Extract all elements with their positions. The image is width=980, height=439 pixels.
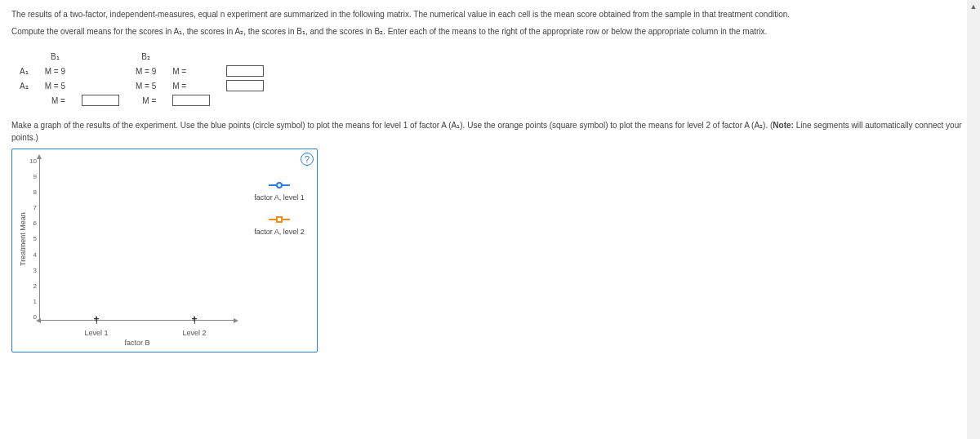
matrix-table: B₁ B₂ A₁ M = 9 M = 9 M = A₂ M = 5 M = 5 … [11, 49, 969, 108]
cell-a2b1: M = 5 [37, 78, 74, 93]
plus-icon-2: + [191, 313, 197, 325]
row-header-a1: A₁ [11, 64, 37, 78]
y-axis-line [39, 157, 40, 321]
plus-icon-1: + [93, 313, 99, 325]
help-button[interactable]: ? [301, 153, 314, 166]
a1-mean-label: M = [164, 64, 218, 78]
plot-area[interactable]: + + Level 1 Level 2 [39, 157, 235, 321]
legend-symbol-level2[interactable] [247, 216, 312, 223]
scroll-up-button[interactable]: ▲ [967, 0, 980, 13]
x-tick-label-1: Level 1 [84, 329, 108, 337]
a1-mean-input[interactable] [226, 65, 264, 77]
row-header-a2: A₂ [11, 78, 37, 93]
graph-panel: ? Treatment Mean 1098 765 432 10 + [11, 149, 318, 353]
intro-paragraph-1: The results of a two-factor, independent… [11, 8, 969, 20]
arrow-up-icon [37, 154, 42, 159]
vertical-scrollbar[interactable]: ▲ [967, 0, 980, 439]
legend-label-1: factor A, level 1 [247, 193, 312, 202]
arrow-right-icon [234, 318, 238, 323]
b2-mean-input[interactable] [172, 95, 210, 106]
b1-mean-input[interactable] [82, 95, 119, 106]
a2-mean-label: M = [164, 78, 218, 93]
x-axis-label: factor B [39, 339, 235, 347]
intro-paragraph-2: Compute the overall means for the scores… [11, 25, 969, 38]
a2-mean-input[interactable] [226, 80, 264, 91]
legend-symbol-level1[interactable] [247, 182, 312, 188]
legend-label-2: factor A, level 2 [247, 228, 312, 236]
x-tick-label-2: Level 2 [182, 329, 206, 337]
col-header-b1: B₁ [37, 49, 74, 64]
cell-a1b2: M = 9 [127, 64, 164, 78]
y-axis-label: Treatment Mean [17, 157, 29, 321]
graph-instructions: Make a graph of the results of the exper… [11, 119, 969, 144]
col-header-b2: B₂ [127, 49, 164, 64]
arrow-left-icon [36, 318, 41, 323]
cell-a1b1: M = 9 [37, 64, 74, 78]
x-axis-line [39, 320, 235, 321]
graph-legend: factor A, level 1 factor A, level 2 [247, 157, 312, 251]
b2-mean-label: M = [127, 93, 164, 108]
b1-mean-label: M = [37, 93, 74, 108]
y-axis-ticks: 1098 765 432 10 [29, 157, 39, 321]
cell-a2b2: M = 5 [127, 78, 164, 93]
